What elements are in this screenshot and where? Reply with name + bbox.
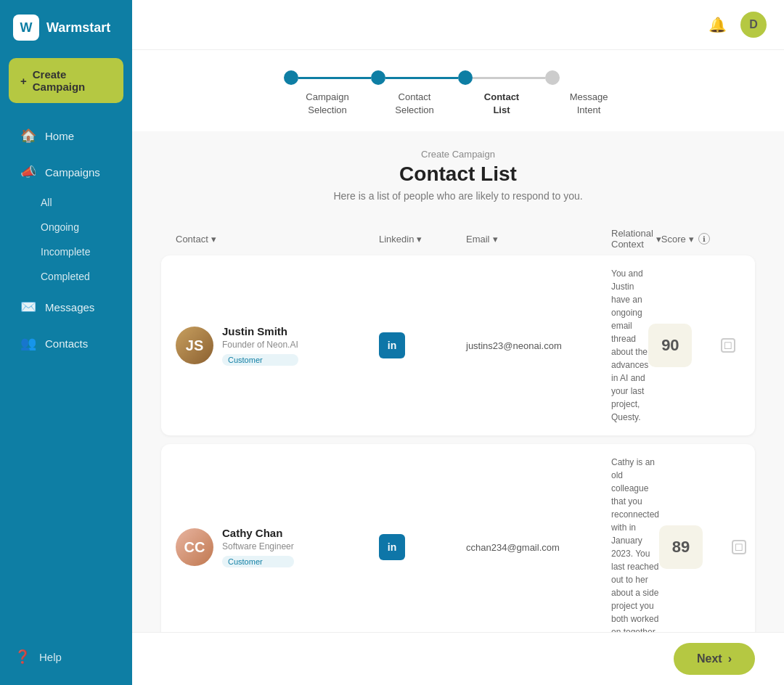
notification-button[interactable]: 🔔 [704,12,730,38]
help-icon: ❓ [15,649,30,665]
step-message-intent: MessageIntent [545,70,632,117]
step-contact-selection: ContactSelection [371,70,458,117]
next-label: Next [697,652,722,665]
topbar: 🔔 D [132,0,784,50]
contact-list: JS Justin Smith Founder of Neon.AI Custo… [161,255,755,685]
sidebar-item-help[interactable]: ❓ Help [0,637,132,676]
col-email[interactable]: Email ▾ [466,228,611,250]
contact-details-cathy-chan: Cathy Chan Software Engineer Customer [222,527,294,567]
contact-tag: Customer [222,354,298,366]
step-line-2 [385,77,458,79]
contact-context: Cathy is an old colleague that you recon… [611,456,659,639]
linkedin-button[interactable]: in [379,534,405,560]
contact-context: You and Justin have an ongoing email thr… [611,267,648,424]
col-contact[interactable]: Contact ▾ [176,228,379,250]
home-icon: 🏠 [20,128,36,144]
bell-icon: 🔔 [709,16,727,33]
contact-checkbox[interactable]: ☐ [721,338,735,353]
contact-checkbox[interactable]: ☐ [732,540,746,554]
table-row: JS Justin Smith Founder of Neon.AI Custo… [161,255,755,435]
step-campaign-selection: CampaignSelection [284,70,371,117]
step-label-3: ContactList [484,91,519,117]
sidebar-item-home[interactable]: 🏠 Home [6,119,126,152]
contact-info-justin-smith: JS Justin Smith Founder of Neon.AI Custo… [176,325,379,366]
contacts-icon: 👥 [20,335,36,351]
avatar-initials: CC [176,528,213,566]
linkedin-button[interactable]: in [379,332,405,358]
table-header: Contact ▾ Linkedin ▾ Email ▾ Relational … [161,222,755,255]
sidebar-item-incomplete[interactable]: Incomplete [6,240,126,263]
logo-text: Warmstart [46,20,110,36]
contact-avatar-justin-smith: JS [176,327,213,364]
sidebar-item-campaigns[interactable]: 📣 Campaigns [6,155,126,189]
step-dot-2 [371,70,385,85]
user-initial: D [749,18,758,31]
create-campaign-label: Create Campaign [33,68,112,93]
sidebar-item-messages[interactable]: ✉️ Messages [6,290,126,324]
create-campaign-button[interactable]: + Create Campaign [9,58,123,103]
next-button[interactable]: Next › [674,643,755,675]
step-label-1: CampaignSelection [306,91,348,117]
logo: W Warmstart [0,0,132,52]
contact-score: 90 [648,324,692,367]
sidebar-item-ongoing[interactable]: Ongoing [6,216,126,239]
linkedin-link-cathy-chan[interactable]: in [379,534,466,560]
contact-score: 89 [659,525,703,569]
sidebar-item-all[interactable]: All [6,191,126,214]
col-relational-context[interactable]: Relational Context ▾ [611,228,661,250]
step-dot-3 [458,70,473,85]
messages-icon: ✉️ [20,299,36,315]
step-dot-4 [545,70,560,85]
col-linkedin[interactable]: Linkedin ▾ [379,228,466,250]
step-label-2: ContactSelection [395,91,433,117]
sidebar-item-contacts[interactable]: 👥 Contacts [6,327,126,360]
contact-name: Cathy Chan [222,527,294,539]
contact-info-cathy-chan: CC Cathy Chan Software Engineer Customer [176,527,379,567]
contact-email: cchan234@gmail.com [466,542,611,553]
step-label-4: MessageIntent [570,91,608,117]
step-line-3 [473,77,545,79]
logo-icon: W [13,15,39,41]
page-content: Create Campaign Contact List Here is a l… [132,131,784,685]
contact-tag: Customer [222,556,294,567]
col-select [734,228,763,250]
contact-name: Justin Smith [222,325,298,337]
table-row: CC Cathy Chan Software Engineer Customer… [161,444,755,650]
contact-role: Software Engineer [222,541,294,551]
step-dot-1 [284,70,298,85]
page-subtitle: Create Campaign [161,149,755,160]
sidebar-item-label: Campaigns [45,166,100,179]
contact-email: justins23@neonai.com [466,340,611,351]
sidebar-item-label: Contacts [45,337,88,350]
sidebar: W Warmstart + Create Campaign 🏠 Home 📣 C… [0,0,132,685]
next-icon: › [728,652,732,665]
progress-stepper: CampaignSelection ContactSelection Conta… [132,50,784,131]
main-content: 🔔 D CampaignSelection ContactSelection [132,0,784,685]
step-contact-list: ContactList [458,70,545,117]
user-avatar[interactable]: D [740,12,767,38]
step-line-1 [298,77,371,79]
help-label: Help [39,651,62,663]
sidebar-item-label: Home [45,130,74,142]
avatar-initials: JS [176,327,213,364]
contact-avatar-cathy-chan: CC [176,528,213,566]
contact-details-justin-smith: Justin Smith Founder of Neon.AI Customer [222,325,298,366]
campaigns-icon: 📣 [20,164,36,180]
sidebar-item-label: Messages [45,301,94,313]
page-title: Contact List [161,163,755,186]
page-footer: Next › [132,632,784,685]
sidebar-item-completed[interactable]: Completed [6,265,126,288]
col-score[interactable]: Score ▾ ℹ [661,228,734,250]
linkedin-link-justin-smith[interactable]: in [379,332,466,358]
contact-role: Founder of Neon.AI [222,340,298,350]
plus-icon: + [20,75,27,87]
page-description: Here is a list of people who are likely … [161,190,755,202]
